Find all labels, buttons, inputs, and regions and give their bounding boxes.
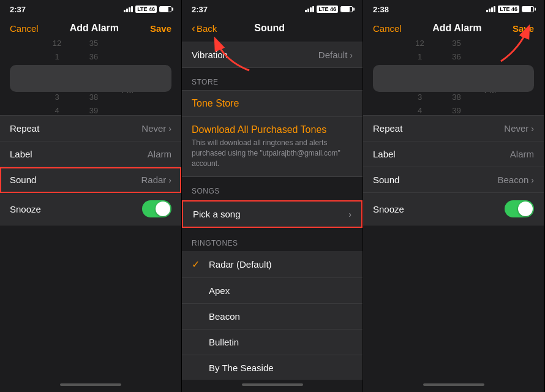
time-picker-1[interactable]: 11 12 1 2 3 4 5 34 35 36 37 38 39 40 AM … [0, 42, 181, 115]
save-button-3[interactable]: Save [513, 23, 534, 34]
download-row-2[interactable]: Download All Purchased Tones This will d… [182, 117, 363, 176]
nav-bar-1: Cancel Add Alarm Save [0, 17, 181, 42]
p3-min-selected-37: 37 [446, 64, 468, 91]
cancel-button-1[interactable]: Cancel [10, 23, 39, 34]
songs-section-2: SONGS Pick a song › [182, 177, 363, 228]
ringtone-bulletin[interactable]: Bulletin [182, 330, 363, 355]
repeat-value-1: Never › [141, 123, 171, 134]
save-button-1[interactable]: Save [150, 23, 171, 34]
download-link-2[interactable]: Download All Purchased Tones [192, 124, 353, 135]
tone-store-link-2[interactable]: Tone Store [192, 98, 239, 108]
hours-column-3[interactable]: 11 12 1 2 3 4 5 [402, 40, 438, 114]
label-value-3: Alarm [510, 149, 534, 159]
p3-ampm-pm: PM [484, 84, 497, 97]
toggle-knob-3 [518, 202, 533, 216]
status-bar-2: 2:37 LTE 46 [182, 0, 363, 17]
pick-song-label-2: Pick a song [193, 209, 241, 219]
label-label-3: Label [373, 149, 396, 159]
repeat-value-3: Never › [504, 123, 534, 134]
home-bar-1 [60, 383, 121, 386]
signal-icon-1 [124, 6, 133, 12]
ringtone-name-apex: Apex [209, 285, 230, 296]
hours-column-1[interactable]: 11 12 1 2 3 4 5 [39, 40, 75, 114]
snooze-toggle-1[interactable] [142, 200, 171, 217]
ringtone-apex[interactable]: Apex [182, 278, 363, 304]
vibration-row-2[interactable]: Vibration Default › [182, 42, 363, 68]
hour-1: 1 [55, 50, 59, 64]
repeat-row-1[interactable]: Repeat Never › [0, 115, 181, 141]
hour-3: 3 [55, 91, 59, 104]
ringtone-name-bts: By The Seaside [209, 363, 274, 373]
snooze-row-1[interactable]: Snooze [0, 193, 181, 225]
store-section-2: STORE Tone Store Download All Purchased … [182, 68, 363, 177]
time-1: 2:37 [10, 5, 26, 14]
p3-min-38: 38 [452, 91, 460, 104]
time-picker-3[interactable]: 11 12 1 2 3 4 5 34 35 36 37 38 39 40 AM … [363, 42, 544, 115]
settings-list-3: Repeat Never › Label Alarm Sound Beacon … [363, 115, 544, 380]
store-header-2: STORE [182, 68, 363, 90]
repeat-label-1: Repeat [10, 123, 39, 134]
back-button-2[interactable]: ‹ Back [192, 22, 217, 35]
status-bar-1: 2:37 LTE 46 [0, 0, 181, 17]
ringtone-name-beacon: Beacon [209, 311, 240, 322]
repeat-row-3[interactable]: Repeat Never › [363, 115, 544, 141]
nav-title-2: Sound [254, 23, 285, 34]
repeat-chevron-3: › [531, 124, 534, 134]
sound-chevron-3: › [531, 175, 534, 185]
hour-12: 12 [53, 40, 61, 50]
label-row-3[interactable]: Label Alarm [363, 141, 544, 167]
minutes-column-3[interactable]: 34 35 36 37 38 39 40 [438, 40, 475, 114]
sound-label-3: Sound [373, 175, 399, 185]
status-icons-3: LTE 46 [486, 6, 534, 13]
ringtones-list-2: ✓ Radar (Default) Apex Beacon Bulletin [182, 251, 363, 380]
min-38: 38 [89, 91, 98, 104]
panel-2-sound: 2:37 LTE 46 ‹ Back Sound [181, 0, 363, 392]
p3-hour-12: 12 [415, 40, 424, 50]
ampm-column-3[interactable]: AM PM [475, 40, 506, 114]
nav-bar-2: ‹ Back Sound [182, 17, 363, 42]
p3-ampm-am: AM [478, 57, 502, 84]
sound-label-1: Sound [10, 175, 36, 185]
toggle-knob-1 [156, 202, 170, 216]
p3-min-36: 36 [452, 50, 460, 64]
pick-song-row-2[interactable]: Pick a song › [182, 200, 363, 228]
status-bar-3: 2:38 LTE 46 [363, 0, 544, 17]
signal-icon-3 [486, 6, 495, 12]
battery-icon-1 [159, 6, 171, 12]
sound-chevron-1: › [168, 175, 171, 185]
lte-badge-2: LTE 46 [317, 6, 338, 13]
snooze-row-3[interactable]: Snooze [363, 193, 544, 225]
label-value-1: Alarm [148, 149, 171, 159]
min-39: 39 [89, 104, 98, 114]
sound-content-2: Vibration Default › STORE Tone Store Dow… [182, 42, 363, 380]
p3-hour-1: 1 [418, 50, 422, 64]
ringtone-by-the-seaside[interactable]: By The Seaside [182, 355, 363, 380]
p3-hour-selected-2: 2 [415, 64, 426, 91]
snooze-toggle-3[interactable] [505, 200, 534, 217]
hour-4: 4 [55, 104, 59, 114]
tone-store-row-2[interactable]: Tone Store [182, 91, 363, 117]
sound-value-3: Beacon › [497, 175, 534, 185]
lte-badge-1: LTE 46 [135, 6, 157, 13]
cancel-button-3[interactable]: Cancel [373, 23, 402, 34]
ampm-column-1[interactable]: AM PM [112, 40, 143, 114]
ampm-pm: PM [121, 84, 133, 97]
sound-row-1[interactable]: Sound Radar › [0, 167, 181, 193]
p3-hour-3: 3 [418, 91, 422, 104]
songs-header-2: SONGS [182, 177, 363, 199]
repeat-chevron-1: › [168, 124, 171, 134]
ringtone-name-radar: Radar (Default) [209, 259, 272, 270]
min-36: 36 [89, 50, 98, 64]
sound-value-1: Radar › [141, 175, 171, 185]
home-bar-2 [242, 383, 303, 386]
signal-icon-2 [305, 6, 314, 12]
sound-row-3[interactable]: Sound Beacon › [363, 167, 544, 193]
label-row-1[interactable]: Label Alarm [0, 141, 181, 167]
label-label-1: Label [10, 149, 32, 159]
ringtone-beacon[interactable]: Beacon [182, 304, 363, 330]
ringtone-radar[interactable]: ✓ Radar (Default) [182, 251, 363, 278]
back-arrow-icon: ‹ [192, 22, 195, 35]
pick-song-chevron-2: › [348, 209, 351, 219]
ringtones-section-2: RINGTONES ✓ Radar (Default) Apex Beacon … [182, 229, 363, 380]
minutes-column-1[interactable]: 34 35 36 37 38 39 40 [75, 40, 112, 114]
